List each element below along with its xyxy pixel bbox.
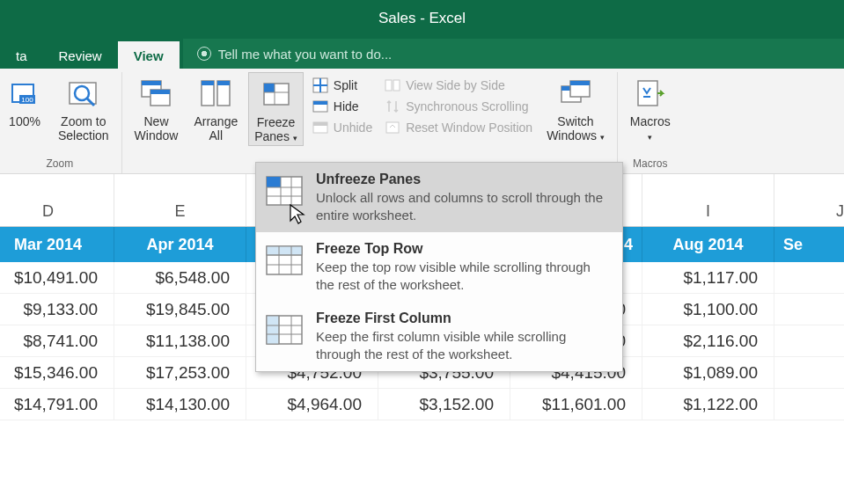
ribbon-tabs: ta Review View Tell me what you want to … xyxy=(0,37,844,69)
ribbon: 100 100% Zoom to Selection Zoom New Wind… xyxy=(0,69,844,174)
split-label: Split xyxy=(334,78,357,92)
svg-text:100: 100 xyxy=(21,96,33,104)
view-side-by-side-button: View Side by Side xyxy=(381,76,536,95)
svg-rect-22 xyxy=(313,101,327,105)
data-cell[interactable]: $1,122.00 xyxy=(642,389,774,420)
month-cell[interactable]: Mar 2014 xyxy=(0,227,114,262)
month-cell[interactable]: Se xyxy=(774,227,844,262)
data-cell[interactable]: $10,491.00 xyxy=(0,262,114,293)
svg-rect-9 xyxy=(150,90,170,94)
column-header[interactable]: D xyxy=(0,174,114,226)
data-cell[interactable]: $4 xyxy=(774,357,844,388)
tell-me-box[interactable]: Tell me what you want to do... xyxy=(183,39,844,69)
arrange-all-label: Arrange All xyxy=(194,114,238,142)
switch-windows-button[interactable]: Switch Windows ▾ xyxy=(541,72,610,144)
table-row: $14,791.00$14,130.00$4,964.00$3,152.00$1… xyxy=(0,389,844,420)
month-cell[interactable]: Aug 2014 xyxy=(642,227,774,262)
data-cell[interactable]: $8 xyxy=(774,262,844,293)
zoom-to-selection-button[interactable]: Zoom to Selection xyxy=(53,72,114,144)
unfreeze-panes-icon xyxy=(265,173,304,208)
svg-rect-11 xyxy=(202,81,214,85)
hide-label: Hide xyxy=(334,99,359,113)
view-side-icon xyxy=(385,77,400,93)
unhide-button: Unhide xyxy=(309,118,376,137)
split-icon xyxy=(312,77,328,93)
unhide-label: Unhide xyxy=(334,121,372,135)
data-cell[interactable]: $19,845.00 xyxy=(114,294,246,325)
macros-icon xyxy=(633,76,668,111)
macros-label: Macros▾ xyxy=(630,114,671,142)
view-side-label: View Side by Side xyxy=(406,78,505,92)
freeze-top-row-item[interactable]: Freeze Top Row Keep the top row visible … xyxy=(256,232,622,302)
data-cell[interactable]: $3,152.00 xyxy=(378,389,510,420)
freeze-panes-label: Freeze Panes ▾ xyxy=(254,115,297,143)
data-cell[interactable]: $14,791.00 xyxy=(0,389,114,420)
reset-pos-label: Reset Window Position xyxy=(406,121,532,135)
data-cell[interactable]: $9,133.00 xyxy=(0,294,114,325)
sync-scroll-label: Synchronous Scrolling xyxy=(406,99,528,113)
freeze-panes-button[interactable]: Freeze Panes ▾ xyxy=(248,72,304,146)
unfreeze-panes-item[interactable]: Unfreeze Panes Unlock all rows and colum… xyxy=(256,163,622,232)
ribbon-group-zoom: 100 100% Zoom to Selection Zoom xyxy=(5,72,122,173)
reset-window-position-button: Reset Window Position xyxy=(381,118,536,137)
data-cell[interactable]: $3 xyxy=(774,389,844,420)
svg-rect-34 xyxy=(267,177,281,187)
tab-view[interactable]: View xyxy=(118,41,180,69)
data-cell[interactable]: $14,130.00 xyxy=(114,389,246,420)
ribbon-group-window: New Window Arrange All Freeze Panes ▾ Sp… xyxy=(122,72,618,173)
arrange-all-icon xyxy=(198,76,233,111)
svg-rect-31 xyxy=(570,81,590,85)
data-cell[interactable]: $15,346.00 xyxy=(0,357,114,388)
freeze-panes-dropdown: Unfreeze Panes Unlock all rows and colum… xyxy=(255,162,623,372)
data-cell[interactable]: $11,601.00 xyxy=(510,389,642,420)
unfreeze-desc: Unlock all rows and columns to scroll th… xyxy=(316,189,610,223)
synchronous-scrolling-button: Synchronous Scrolling xyxy=(381,97,536,116)
freeze-first-column-item[interactable]: Freeze First Column Keep the first colum… xyxy=(256,302,622,371)
month-cell[interactable]: Apr 2014 xyxy=(114,227,246,262)
column-header[interactable]: I xyxy=(642,174,774,226)
zoom-to-selection-label: Zoom to Selection xyxy=(58,114,109,142)
switch-windows-label: Switch Windows ▾ xyxy=(547,114,605,142)
data-cell[interactable]: $11,138.00 xyxy=(114,325,246,356)
data-cell[interactable]: $6,548.00 xyxy=(114,262,246,293)
new-window-label: New Window xyxy=(135,114,179,142)
freeze-first-col-desc: Keep the first column visible while scro… xyxy=(316,328,610,362)
data-cell[interactable]: $1,089.00 xyxy=(642,357,774,388)
data-cell[interactable]: $13 xyxy=(774,325,844,356)
data-cell[interactable]: $1,100.00 xyxy=(642,294,774,325)
zoom-100-icon: 100 xyxy=(7,76,42,111)
data-cell[interactable]: $2,116.00 xyxy=(642,325,774,356)
unfreeze-title: Unfreeze Panes xyxy=(316,172,610,187)
hide-icon xyxy=(312,99,328,114)
svg-rect-13 xyxy=(217,81,230,85)
tab-review[interactable]: Review xyxy=(43,41,118,69)
data-cell[interactable]: $10 xyxy=(774,294,844,325)
tell-me-placeholder: Tell me what you want to do... xyxy=(218,47,393,62)
zoom-100-button[interactable]: 100 100% xyxy=(2,72,48,130)
new-window-button[interactable]: New Window xyxy=(129,72,184,144)
svg-rect-40 xyxy=(267,246,302,255)
new-window-icon xyxy=(138,76,173,111)
column-header[interactable]: J xyxy=(774,174,844,226)
reset-pos-icon xyxy=(385,120,400,135)
svg-rect-15 xyxy=(264,84,275,92)
data-cell[interactable]: $17,253.00 xyxy=(114,357,246,388)
macros-group-label: Macros xyxy=(633,156,667,173)
freeze-first-col-icon xyxy=(265,312,304,347)
arrange-all-button[interactable]: Arrange All xyxy=(188,72,243,144)
data-cell[interactable]: $4,964.00 xyxy=(246,389,378,420)
split-button[interactable]: Split xyxy=(309,76,376,95)
zoom-group-label: Zoom xyxy=(46,156,73,173)
hide-button[interactable]: Hide xyxy=(309,97,376,116)
column-header[interactable]: E xyxy=(114,174,246,226)
switch-windows-icon xyxy=(558,76,593,111)
data-cell[interactable]: $8,741.00 xyxy=(0,325,114,356)
freeze-first-col-title: Freeze First Column xyxy=(316,310,610,326)
svg-rect-24 xyxy=(313,122,327,126)
tab-data[interactable]: ta xyxy=(0,41,43,69)
macros-button[interactable]: Macros▾ xyxy=(625,72,676,144)
lightbulb-icon xyxy=(197,47,211,61)
svg-rect-27 xyxy=(386,122,399,133)
title-bar: Sales - Excel xyxy=(0,0,844,37)
data-cell[interactable]: $1,117.00 xyxy=(642,262,774,293)
